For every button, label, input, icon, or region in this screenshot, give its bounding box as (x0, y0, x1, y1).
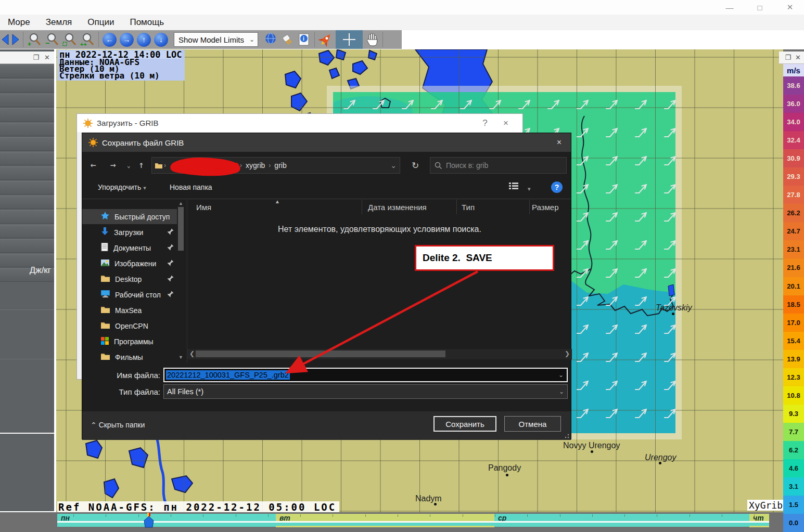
nav-recent-chevron-icon[interactable]: ⌄ (127, 162, 131, 169)
pan-right-icon[interactable]: → (120, 33, 134, 47)
pan-up-icon[interactable]: ↑ (137, 33, 151, 47)
dock-row[interactable] (0, 123, 54, 136)
scrollbar-thumb[interactable] (178, 207, 184, 251)
close-icon[interactable]: × (554, 138, 565, 147)
menu-item-2[interactable]: Земля (38, 17, 80, 28)
minimize-icon[interactable]: — (718, 1, 742, 14)
filename-input[interactable]: 20221212_100031_GFS_P25_.grb2 ⌄ (163, 368, 568, 382)
breadcrumb-segment[interactable]: xygrib (246, 161, 265, 170)
dock-row[interactable] (0, 94, 54, 107)
column-header-date[interactable]: Дата изменения (368, 203, 427, 212)
column-divider[interactable] (362, 200, 362, 214)
sidebar-item-программы[interactable]: Программы (82, 334, 177, 349)
close-panel-icon[interactable]: ✕ (44, 54, 50, 61)
time-cursor[interactable] (141, 512, 161, 530)
menu-item-1[interactable]: Море (0, 17, 38, 28)
filename-value-selected[interactable]: 20221212_100031_GFS_P25_.grb2 (166, 370, 290, 380)
next-timestep-icon[interactable] (11, 31, 20, 48)
sidebar-item-быстрый-доступ[interactable]: Быстрый доступ (82, 209, 177, 224)
dock-row[interactable] (0, 137, 54, 151)
organize-menu-button[interactable]: Упорядочить ▾ (98, 183, 146, 191)
breadcrumb-segment[interactable]: grib (274, 161, 286, 170)
previous-timestep-icon[interactable] (1, 31, 9, 48)
chevron-down-icon[interactable]: ⌄ (390, 161, 397, 170)
dock-row[interactable] (0, 108, 54, 122)
rocket-icon[interactable] (318, 31, 334, 48)
cancel-button[interactable]: Отмена (504, 416, 561, 432)
zoom-out-icon[interactable]: − (44, 31, 60, 48)
sidebar-scrollbar[interactable]: ▲ ▼ (178, 201, 184, 362)
dialog-help-icon[interactable]: ? (551, 181, 563, 193)
help-icon[interactable]: ? (475, 118, 495, 128)
model-limits-dropdown[interactable]: Show Model Limits ⌄ (174, 32, 258, 47)
info-icon[interactable]: i (297, 31, 311, 48)
column-header-name[interactable]: Имя (196, 203, 211, 212)
scroll-left-icon[interactable]: ❮ (189, 350, 195, 357)
timeline-day-band-пн[interactable] (57, 514, 276, 521)
search-input[interactable]: Поиск в: grib (430, 157, 567, 174)
time-slider-bar[interactable]: пнвтсрчт (0, 512, 783, 532)
hand-pan-icon[interactable] (365, 31, 379, 48)
sidebar-item-документы[interactable]: Документы (82, 240, 177, 255)
view-mode-icon[interactable] (509, 182, 518, 192)
filetype-dropdown[interactable]: All Files (*) ⌄ (163, 384, 568, 399)
float-panel-icon[interactable]: ❐ (33, 54, 39, 61)
nav-back-icon[interactable]: ← (91, 159, 96, 170)
scrollbar-thumb[interactable] (196, 351, 445, 357)
nav-forward-icon[interactable]: → (110, 159, 116, 170)
close-panel-icon[interactable]: ✕ (795, 54, 801, 61)
scroll-right-icon[interactable]: ❯ (565, 350, 570, 357)
chevron-down-icon[interactable]: ⌄ (559, 388, 564, 395)
menu-item-3[interactable]: Опции (80, 17, 122, 28)
scroll-up-icon[interactable]: ▲ (178, 201, 184, 206)
dock-row[interactable] (0, 225, 54, 238)
zoom-fit-icon[interactable]: ++ (80, 31, 95, 48)
save-dialog-titlebar[interactable]: Сохранить файл GRIB × (82, 133, 571, 152)
timeline-day-band-вт[interactable] (276, 514, 494, 521)
grib-dialog-titlebar[interactable]: Загрузить - GRIB ? × (77, 114, 522, 132)
dock-row[interactable] (0, 239, 54, 253)
chevron-down-icon[interactable]: ⌄ (558, 371, 564, 379)
dock-row[interactable] (0, 210, 54, 224)
dock-row[interactable] (0, 79, 54, 93)
crosshair-tool-button[interactable] (336, 30, 363, 49)
menu-item-4[interactable]: Помощь (122, 17, 172, 28)
column-header-type[interactable]: Тип (462, 203, 475, 212)
globe-icon[interactable] (263, 31, 278, 48)
dock-row[interactable] (0, 152, 54, 165)
plug-icon[interactable] (280, 31, 295, 48)
refresh-icon[interactable]: ↻ (406, 157, 425, 174)
sidebar-item-фильмы[interactable]: Фильмы (82, 349, 177, 365)
sidebar-item-рабочий-стол[interactable]: Рабочий стол (82, 287, 177, 302)
new-folder-button[interactable]: Новая папка (170, 183, 212, 191)
zoom-in-icon[interactable]: + (27, 31, 42, 48)
scroll-down-icon[interactable]: ▼ (178, 355, 184, 360)
nav-up-icon[interactable]: ↑ (138, 159, 144, 170)
sidebar-item-загрузки[interactable]: Загрузки (82, 225, 177, 240)
sidebar-item-opencpn[interactable]: OpenCPN (82, 318, 177, 333)
horizontal-scrollbar[interactable]: ❮ ❯ (187, 349, 572, 359)
dock-row[interactable] (0, 166, 54, 180)
hide-folders-button[interactable]: ⌃ Скрыть папки (91, 421, 145, 429)
timeline-day-band-ср[interactable] (494, 514, 749, 521)
float-panel-icon[interactable]: ❐ (785, 54, 791, 61)
dock-row[interactable] (0, 196, 54, 209)
sidebar-item-изображени[interactable]: Изображени (82, 256, 177, 271)
sidebar-item-desktop[interactable]: Desktop (82, 271, 177, 287)
pan-left-icon[interactable]: ← (103, 33, 117, 47)
save-button[interactable]: Сохранить (433, 416, 496, 432)
column-divider[interactable] (529, 200, 530, 214)
dock-row[interactable] (0, 64, 54, 78)
zoom-selection-icon[interactable] (62, 31, 78, 48)
dock-row[interactable] (0, 181, 54, 194)
column-header-size[interactable]: Размер (532, 203, 559, 212)
close-icon[interactable]: ✕ (778, 1, 802, 14)
resize-grip[interactable] (563, 432, 569, 438)
pan-down-icon[interactable]: ↓ (154, 33, 168, 47)
address-breadcrumb[interactable]: › › xygrib › grib ⌄ (151, 157, 400, 174)
column-divider[interactable] (456, 200, 457, 214)
maximize-icon[interactable]: □ (748, 1, 772, 14)
chevron-down-icon[interactable]: ▾ (528, 184, 531, 192)
close-icon[interactable]: × (495, 118, 516, 128)
sidebar-item-maxsea[interactable]: MaxSea (82, 303, 177, 318)
